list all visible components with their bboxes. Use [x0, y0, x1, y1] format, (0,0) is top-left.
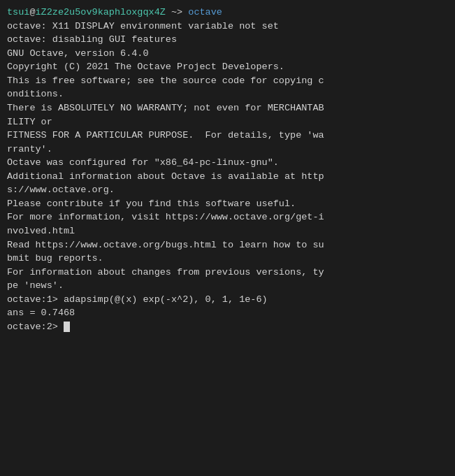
- terminal-line: Copyright (C) 2021 The Octave Project De…: [7, 60, 448, 74]
- terminal-line: nvolved.html: [7, 224, 448, 238]
- terminal-line: There is ABSOLUTELY NO WARRANTY; not eve…: [7, 101, 448, 115]
- prompt-at: @: [29, 6, 35, 20]
- terminal-window: tsui@iZ2ze2u5ov9kaphloxgqx4Z ~> octave o…: [0, 0, 455, 476]
- terminal-line: For information about changes from previ…: [7, 266, 448, 280]
- terminal-line: Additional information about Octave is a…: [7, 170, 448, 184]
- terminal-line: octave: X11 DISPLAY environment variable…: [7, 20, 448, 34]
- prompt-arrow: ~>: [166, 6, 188, 20]
- terminal-line: Read https://www.octave.org/bugs.html to…: [7, 238, 448, 252]
- terminal-line: This is free software; see the source co…: [7, 74, 448, 88]
- prompt-username: tsui: [7, 6, 29, 20]
- terminal-line: octave:2>: [7, 320, 448, 334]
- terminal-line: onditions.: [7, 87, 448, 101]
- prompt-command: octave: [188, 6, 222, 20]
- terminal-line: octave: disabling GUI features: [7, 33, 448, 47]
- terminal-line: octave:1> adapsimp(@(x) exp(-x^2), 0, 1,…: [7, 293, 448, 307]
- terminal-line: ans = 0.7468: [7, 306, 448, 320]
- prompt-hostname: iZ2ze2u5ov9kaphloxgqx4Z: [36, 6, 166, 20]
- terminal-line: FITNESS FOR A PARTICULAR PURPOSE. For de…: [7, 129, 448, 143]
- terminal-line: s://www.octave.org.: [7, 183, 448, 197]
- prompt-line: tsui@iZ2ze2u5ov9kaphloxgqx4Z ~> octave: [7, 6, 448, 20]
- terminal-line: bmit bug reports.: [7, 252, 448, 266]
- terminal-line: GNU Octave, version 6.4.0: [7, 47, 448, 61]
- terminal-line: For more information, visit https://www.…: [7, 210, 448, 224]
- terminal-output: octave: X11 DISPLAY environment variable…: [7, 20, 448, 334]
- terminal-line: Please contribute if you find this softw…: [7, 197, 448, 211]
- terminal-line: Octave was configured for "x86_64-pc-lin…: [7, 156, 448, 170]
- terminal-line: ILITY or: [7, 115, 448, 129]
- terminal-line: pe 'news'.: [7, 279, 448, 293]
- terminal-line: rranty'.: [7, 143, 448, 157]
- terminal-cursor: [64, 322, 70, 332]
